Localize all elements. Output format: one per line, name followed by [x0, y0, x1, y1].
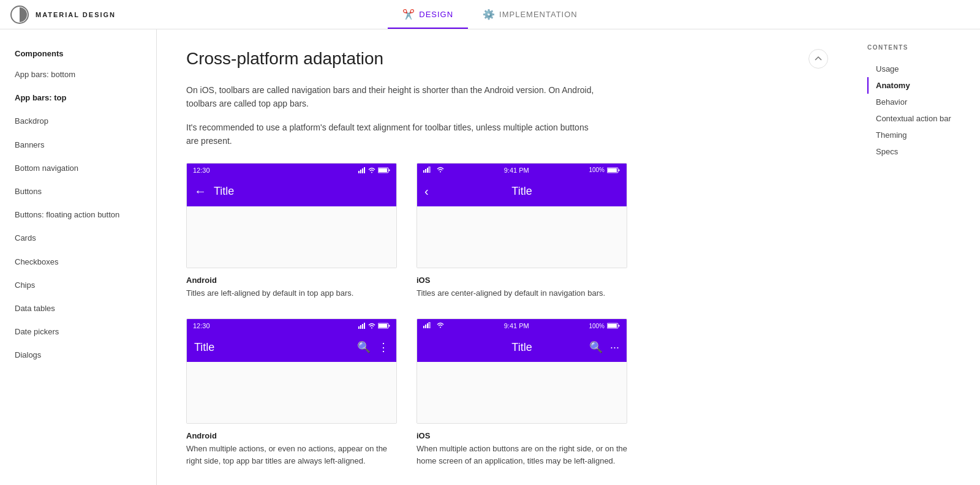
logo: MATERIAL DESIGN — [10, 5, 116, 24]
body-text-2: It's recommended to use a platform's def… — [186, 121, 603, 148]
tab-implementation[interactable]: ⚙️ IMPLEMENTATION — [468, 0, 592, 29]
toolbar-android-2: Title 🔍 ⋮ — [187, 333, 396, 362]
sidebar-item-buttons-fab[interactable]: Buttons: floating action button — [0, 203, 156, 227]
svg-rect-2 — [360, 170, 361, 173]
wifi-ios-icon — [437, 167, 444, 173]
toolbar-android-1: ← Title — [187, 177, 396, 206]
svg-rect-15 — [608, 168, 617, 172]
svg-rect-27 — [427, 323, 428, 328]
mockup-ios-2: 9:41 PM 100% Title — [417, 318, 627, 467]
body-text-1: On iOS, toolbars are called navigation b… — [186, 83, 603, 111]
sidebar-item-checkboxes[interactable]: Checkboxes — [0, 250, 156, 274]
signal-icon-2 — [358, 323, 366, 329]
design-icon: ✂️ — [402, 9, 415, 20]
svg-rect-16 — [618, 169, 619, 171]
toc-item-anatomy[interactable]: Anatomy — [867, 77, 970, 94]
svg-point-5 — [371, 171, 372, 173]
status-bar-ios-1: 9:41 PM 100% — [417, 164, 627, 177]
more-horiz-icon: ··· — [610, 341, 619, 354]
battery-icon — [378, 167, 390, 173]
wifi-ios-icon-2 — [437, 322, 444, 328]
svg-rect-32 — [618, 325, 619, 327]
toc: CONTENTS Usage Anatomy Behavior Contextu… — [858, 29, 980, 485]
svg-rect-26 — [425, 325, 426, 328]
mockup-label-android-1: Android — [186, 276, 397, 285]
back-arrow-ios-icon: ‹ — [424, 184, 429, 198]
sidebar-item-chips[interactable]: Chips — [0, 274, 156, 297]
toc-item-specs[interactable]: Specs — [867, 143, 970, 160]
svg-rect-17 — [358, 326, 360, 329]
mockup-desc-ios-1: Titles are center-aligned by default in … — [417, 287, 627, 299]
sidebar-item-data-tables[interactable]: Data tables — [0, 297, 156, 320]
svg-rect-7 — [379, 168, 387, 172]
content-area: Cross-platform adaptation On iOS, toolba… — [157, 29, 858, 485]
mockup-android-2: 12:30 — [186, 318, 397, 467]
more-vert-icon: ⋮ — [378, 340, 389, 354]
svg-rect-11 — [427, 168, 428, 173]
svg-rect-9 — [423, 170, 424, 173]
sidebar-item-date-pickers[interactable]: Date pickers — [0, 320, 156, 344]
svg-rect-8 — [389, 169, 390, 171]
svg-point-29 — [440, 327, 441, 328]
svg-rect-1 — [358, 171, 360, 173]
sidebar-item-cards[interactable]: Cards — [0, 227, 156, 250]
collapse-button[interactable] — [809, 49, 828, 69]
svg-rect-28 — [429, 322, 430, 328]
svg-rect-24 — [389, 325, 390, 327]
toc-item-theming[interactable]: Theming — [867, 127, 970, 143]
sidebar-item-buttons[interactable]: Buttons — [0, 180, 156, 203]
toolbar-title-ios-1: Title — [511, 185, 532, 198]
search-ios-icon: 🔍 — [589, 340, 603, 354]
mockup-label-ios-2: iOS — [417, 431, 627, 440]
mockup-desc-android-2: When multiple actions, or even no action… — [186, 443, 397, 467]
mockup-desc-android-1: Titles are left-aligned by default in to… — [186, 287, 397, 299]
mockup-label-android-2: Android — [186, 431, 397, 440]
signal-bars-icon — [423, 167, 433, 173]
status-bar-ios-2: 9:41 PM 100% — [417, 319, 627, 333]
sidebar-item-banners[interactable]: Banners — [0, 133, 156, 157]
phone-body-android-1 — [187, 206, 396, 268]
logo-icon — [10, 5, 29, 24]
svg-rect-18 — [360, 325, 361, 329]
sidebar: Components App bars: bottom App bars: to… — [0, 29, 157, 485]
svg-point-21 — [371, 328, 372, 329]
phone-body-android-2 — [187, 362, 396, 423]
svg-rect-19 — [362, 324, 363, 329]
logo-text: MATERIAL DESIGN — [36, 11, 116, 18]
svg-rect-20 — [364, 323, 365, 329]
toc-item-contextual-action-bar[interactable]: Contextual action bar — [867, 110, 970, 127]
phone-body-ios-1 — [417, 206, 627, 268]
toc-title: CONTENTS — [867, 44, 970, 51]
signal-icon — [358, 167, 366, 173]
phone-mockup-android-2: 12:30 — [186, 318, 397, 424]
mockups-grid: 12:30 — [186, 163, 627, 467]
toolbar-actions-android-2: 🔍 ⋮ — [357, 340, 389, 354]
mockup-desc-ios-2: When multiple action buttons are on the … — [417, 443, 627, 467]
svg-rect-4 — [364, 167, 365, 173]
battery-icon-2 — [378, 323, 390, 329]
toc-item-usage[interactable]: Usage — [867, 61, 970, 77]
wifi-icon-2 — [368, 323, 375, 329]
chevron-up-icon — [814, 55, 823, 63]
mockup-label-ios-1: iOS — [417, 276, 627, 285]
main-layout: Components App bars: bottom App bars: to… — [0, 29, 980, 485]
back-arrow-icon: ← — [194, 184, 206, 198]
page-title: Cross-platform adaptation — [186, 49, 828, 69]
svg-point-13 — [440, 171, 441, 172]
phone-mockup-android-1: 12:30 — [186, 163, 397, 268]
sidebar-item-app-bars-bottom[interactable]: App bars: bottom — [0, 63, 156, 86]
svg-rect-23 — [379, 324, 387, 328]
svg-rect-10 — [425, 169, 426, 173]
svg-rect-31 — [608, 324, 617, 328]
toc-item-behavior[interactable]: Behavior — [867, 94, 970, 110]
sidebar-item-app-bars-top[interactable]: App bars: top — [0, 86, 156, 110]
wifi-icon — [368, 167, 375, 173]
toolbar-ios-2: Title 🔍 ··· — [417, 333, 627, 362]
sidebar-item-bottom-navigation[interactable]: Bottom navigation — [0, 157, 156, 180]
phone-mockup-ios-1: 9:41 PM 100% ‹ Title — [417, 163, 627, 268]
battery-ios-icon — [607, 167, 620, 173]
sidebar-item-backdrop[interactable]: Backdrop — [0, 110, 156, 133]
signal-bars-icon-2 — [423, 322, 433, 328]
sidebar-item-dialogs[interactable]: Dialogs — [0, 344, 156, 367]
tab-design[interactable]: ✂️ DESIGN — [388, 0, 468, 29]
